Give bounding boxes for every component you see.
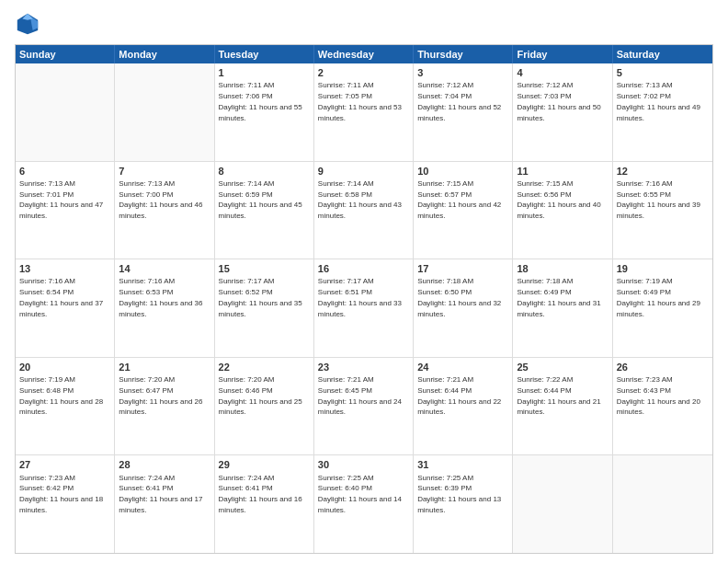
calendar-cell bbox=[115, 63, 214, 161]
sun-info: Sunrise: 7:17 AMSunset: 6:51 PMDaylight:… bbox=[318, 277, 402, 317]
calendar-week-row: 27Sunrise: 7:23 AMSunset: 6:42 PMDayligh… bbox=[16, 455, 712, 553]
day-number: 22 bbox=[219, 361, 310, 373]
day-number: 24 bbox=[417, 361, 508, 373]
day-number: 10 bbox=[417, 165, 508, 178]
day-number: 28 bbox=[119, 458, 210, 471]
sun-info: Sunrise: 7:20 AMSunset: 6:46 PMDaylight:… bbox=[219, 375, 302, 416]
calendar-cell: 30Sunrise: 7:25 AMSunset: 6:40 PMDayligh… bbox=[314, 455, 414, 553]
day-number: 6 bbox=[19, 165, 110, 178]
day-number: 4 bbox=[517, 66, 608, 79]
calendar-cell: 4Sunrise: 7:12 AMSunset: 7:03 PMDaylight… bbox=[513, 63, 612, 161]
sun-info: Sunrise: 7:13 AMSunset: 7:00 PMDaylight:… bbox=[119, 179, 202, 220]
day-number: 20 bbox=[19, 361, 110, 373]
sun-info: Sunrise: 7:12 AMSunset: 7:03 PMDaylight:… bbox=[517, 81, 600, 121]
sun-info: Sunrise: 7:12 AMSunset: 7:04 PMDaylight:… bbox=[417, 81, 501, 121]
day-number: 3 bbox=[417, 66, 508, 79]
calendar-week-row: 13Sunrise: 7:16 AMSunset: 6:54 PMDayligh… bbox=[16, 259, 712, 358]
calendar-cell: 5Sunrise: 7:13 AMSunset: 7:02 PMDaylight… bbox=[613, 63, 712, 161]
calendar-cell: 24Sunrise: 7:21 AMSunset: 6:44 PMDayligh… bbox=[414, 358, 513, 455]
calendar-cell: 23Sunrise: 7:21 AMSunset: 6:45 PMDayligh… bbox=[314, 358, 414, 455]
calendar-week-row: 1Sunrise: 7:11 AMSunset: 7:06 PMDaylight… bbox=[16, 63, 712, 162]
sun-info: Sunrise: 7:18 AMSunset: 6:49 PMDaylight:… bbox=[517, 277, 600, 317]
calendar-cell: 9Sunrise: 7:14 AMSunset: 6:58 PMDaylight… bbox=[314, 162, 414, 259]
calendar-cell: 15Sunrise: 7:17 AMSunset: 6:52 PMDayligh… bbox=[215, 259, 314, 357]
sun-info: Sunrise: 7:24 AMSunset: 6:41 PMDaylight:… bbox=[219, 474, 302, 514]
sun-info: Sunrise: 7:16 AMSunset: 6:54 PMDaylight:… bbox=[19, 277, 103, 317]
calendar-header: SundayMondayTuesdayWednesdayThursdayFrid… bbox=[16, 45, 712, 63]
day-number: 29 bbox=[219, 458, 310, 471]
calendar-cell: 13Sunrise: 7:16 AMSunset: 6:54 PMDayligh… bbox=[16, 259, 115, 357]
logo-icon bbox=[15, 11, 40, 37]
day-number: 14 bbox=[119, 262, 210, 275]
sun-info: Sunrise: 7:14 AMSunset: 6:59 PMDaylight:… bbox=[219, 179, 302, 220]
day-number: 1 bbox=[219, 66, 310, 79]
weekday-header: Saturday bbox=[613, 45, 712, 63]
day-number: 13 bbox=[19, 262, 110, 275]
sun-info: Sunrise: 7:21 AMSunset: 6:44 PMDaylight:… bbox=[417, 375, 501, 416]
calendar-week-row: 20Sunrise: 7:19 AMSunset: 6:48 PMDayligh… bbox=[16, 358, 712, 456]
logo bbox=[15, 11, 44, 37]
day-number: 8 bbox=[219, 165, 310, 178]
day-number: 26 bbox=[617, 361, 709, 373]
calendar-cell: 11Sunrise: 7:15 AMSunset: 6:56 PMDayligh… bbox=[513, 162, 612, 259]
sun-info: Sunrise: 7:14 AMSunset: 6:58 PMDaylight:… bbox=[318, 179, 402, 220]
sun-info: Sunrise: 7:25 AMSunset: 6:39 PMDaylight:… bbox=[417, 474, 501, 514]
weekday-header: Wednesday bbox=[314, 45, 414, 63]
sun-info: Sunrise: 7:16 AMSunset: 6:55 PMDaylight:… bbox=[617, 179, 700, 220]
calendar-cell: 3Sunrise: 7:12 AMSunset: 7:04 PMDaylight… bbox=[414, 63, 513, 161]
sun-info: Sunrise: 7:19 AMSunset: 6:48 PMDaylight:… bbox=[19, 375, 103, 416]
weekday-header: Sunday bbox=[16, 45, 115, 63]
weekday-header: Tuesday bbox=[215, 45, 314, 63]
calendar-cell: 12Sunrise: 7:16 AMSunset: 6:55 PMDayligh… bbox=[613, 162, 712, 259]
day-number: 30 bbox=[318, 458, 409, 471]
day-number: 23 bbox=[318, 361, 409, 373]
sun-info: Sunrise: 7:15 AMSunset: 6:56 PMDaylight:… bbox=[517, 179, 600, 220]
day-number: 11 bbox=[517, 165, 608, 178]
weekday-header: Friday bbox=[513, 45, 612, 63]
sun-info: Sunrise: 7:23 AMSunset: 6:42 PMDaylight:… bbox=[19, 474, 103, 514]
calendar-cell: 1Sunrise: 7:11 AMSunset: 7:06 PMDaylight… bbox=[215, 63, 314, 161]
calendar-body: 1Sunrise: 7:11 AMSunset: 7:06 PMDaylight… bbox=[16, 63, 712, 553]
calendar: SundayMondayTuesdayWednesdayThursdayFrid… bbox=[15, 44, 713, 554]
sun-info: Sunrise: 7:21 AMSunset: 6:45 PMDaylight:… bbox=[318, 375, 402, 416]
sun-info: Sunrise: 7:17 AMSunset: 6:52 PMDaylight:… bbox=[219, 277, 302, 317]
sun-info: Sunrise: 7:13 AMSunset: 7:02 PMDaylight:… bbox=[617, 81, 700, 121]
sun-info: Sunrise: 7:20 AMSunset: 6:47 PMDaylight:… bbox=[119, 375, 202, 416]
day-number: 18 bbox=[517, 262, 608, 275]
sun-info: Sunrise: 7:11 AMSunset: 7:06 PMDaylight:… bbox=[219, 81, 302, 121]
sun-info: Sunrise: 7:25 AMSunset: 6:40 PMDaylight:… bbox=[318, 474, 402, 514]
day-number: 25 bbox=[517, 361, 608, 373]
calendar-cell: 31Sunrise: 7:25 AMSunset: 6:39 PMDayligh… bbox=[414, 455, 513, 553]
calendar-cell: 25Sunrise: 7:22 AMSunset: 6:44 PMDayligh… bbox=[513, 358, 612, 455]
day-number: 5 bbox=[617, 66, 709, 79]
calendar-cell: 6Sunrise: 7:13 AMSunset: 7:01 PMDaylight… bbox=[16, 162, 115, 259]
day-number: 19 bbox=[617, 262, 709, 275]
weekday-header: Thursday bbox=[414, 45, 513, 63]
sun-info: Sunrise: 7:22 AMSunset: 6:44 PMDaylight:… bbox=[517, 375, 600, 416]
calendar-cell: 29Sunrise: 7:24 AMSunset: 6:41 PMDayligh… bbox=[215, 455, 314, 553]
day-number: 15 bbox=[219, 262, 310, 275]
day-number: 16 bbox=[318, 262, 409, 275]
calendar-cell: 17Sunrise: 7:18 AMSunset: 6:50 PMDayligh… bbox=[414, 259, 513, 357]
calendar-cell bbox=[513, 455, 612, 553]
calendar-cell bbox=[16, 63, 115, 161]
day-number: 17 bbox=[417, 262, 508, 275]
day-number: 7 bbox=[119, 165, 210, 178]
day-number: 9 bbox=[318, 165, 409, 178]
calendar-cell: 7Sunrise: 7:13 AMSunset: 7:00 PMDaylight… bbox=[115, 162, 214, 259]
calendar-cell: 18Sunrise: 7:18 AMSunset: 6:49 PMDayligh… bbox=[513, 259, 612, 357]
day-number: 27 bbox=[19, 458, 110, 471]
calendar-cell: 28Sunrise: 7:24 AMSunset: 6:41 PMDayligh… bbox=[115, 455, 214, 553]
day-number: 21 bbox=[119, 361, 210, 373]
calendar-cell: 20Sunrise: 7:19 AMSunset: 6:48 PMDayligh… bbox=[16, 358, 115, 455]
calendar-cell: 26Sunrise: 7:23 AMSunset: 6:43 PMDayligh… bbox=[613, 358, 712, 455]
sun-info: Sunrise: 7:18 AMSunset: 6:50 PMDaylight:… bbox=[417, 277, 501, 317]
calendar-cell: 8Sunrise: 7:14 AMSunset: 6:59 PMDaylight… bbox=[215, 162, 314, 259]
sun-info: Sunrise: 7:11 AMSunset: 7:05 PMDaylight:… bbox=[318, 81, 402, 121]
calendar-cell: 27Sunrise: 7:23 AMSunset: 6:42 PMDayligh… bbox=[16, 455, 115, 553]
calendar-cell: 2Sunrise: 7:11 AMSunset: 7:05 PMDaylight… bbox=[314, 63, 414, 161]
calendar-cell bbox=[613, 455, 712, 553]
sun-info: Sunrise: 7:19 AMSunset: 6:49 PMDaylight:… bbox=[617, 277, 700, 317]
sun-info: Sunrise: 7:13 AMSunset: 7:01 PMDaylight:… bbox=[19, 179, 103, 220]
calendar-week-row: 6Sunrise: 7:13 AMSunset: 7:01 PMDaylight… bbox=[16, 162, 712, 260]
